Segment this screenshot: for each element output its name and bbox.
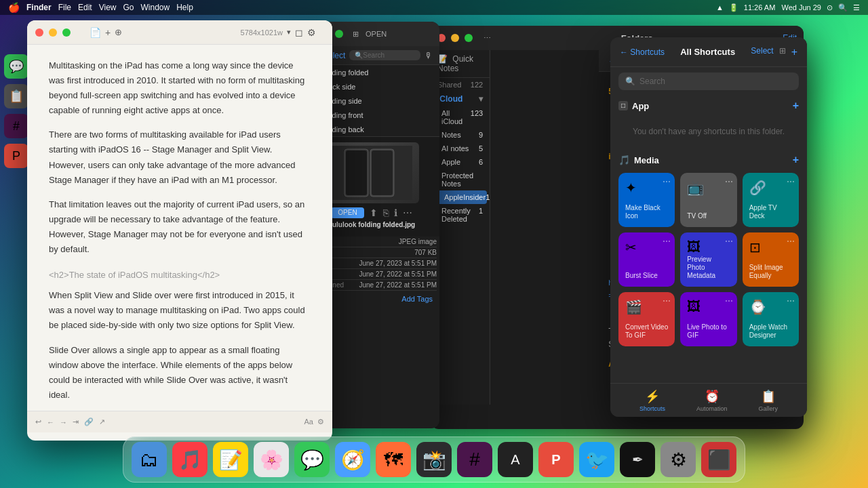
format-button[interactable]: Aa (304, 418, 313, 426)
undo-back[interactable]: ← (47, 418, 54, 426)
card-more-button[interactable]: ⋯ (787, 296, 795, 306)
dock-music[interactable]: 🎵 (172, 442, 208, 477)
share-button[interactable]: ↗ (99, 418, 105, 426)
card-more-button[interactable]: ⋯ (663, 296, 671, 306)
shortcut-convert-video-gif[interactable]: 🎬 Convert Video To GIF ⋯ (618, 292, 675, 346)
link-button[interactable]: 🔗 (84, 418, 94, 426)
pockity-sidebar-icon[interactable]: P (4, 144, 28, 168)
apple-menu[interactable]: 🍎 (8, 2, 20, 13)
dock-pockity[interactable]: P (538, 442, 574, 477)
reminders-sidebar-icon[interactable]: 📋 (4, 84, 28, 108)
dock-screenium[interactable]: 📸 (416, 442, 452, 477)
dock-safari[interactable]: 🧭 (335, 442, 370, 477)
shortcut-preview-photo[interactable]: 🖼 Preview Photo Metadata ⋯ (680, 232, 736, 287)
more-icon[interactable]: ⋯ (403, 207, 412, 218)
dock-messages[interactable]: 💬 (294, 442, 330, 477)
automation-tab[interactable]: ⏰ Automation (696, 389, 728, 412)
slack-sidebar-icon[interactable]: # (4, 114, 28, 138)
apple-item[interactable]: Apple6 (431, 155, 490, 169)
card-more-button[interactable]: ⋯ (725, 296, 733, 306)
notes-minimize[interactable] (451, 34, 459, 42)
help-menu[interactable]: Help (176, 3, 193, 12)
add-tags-button[interactable]: Add Tags (401, 295, 433, 303)
grid-view-button[interactable]: ⊞ (779, 46, 786, 58)
recently-deleted-item[interactable]: Recently Deleted1 (431, 204, 490, 226)
shortcuts-tab[interactable]: ⚡ Shortcuts (639, 389, 665, 412)
dropdown-button[interactable]: ▾ (287, 28, 291, 37)
shortcuts-tab-label: Shortcuts (639, 405, 665, 412)
spotlight-icon[interactable]: 🔍 (838, 3, 848, 12)
add-shortcut-button[interactable]: + (791, 46, 797, 58)
edit-menu[interactable]: Edit (78, 3, 92, 12)
card-more-button[interactable]: ⋯ (787, 237, 795, 246)
dock-overflow[interactable]: ⬛ (701, 442, 736, 477)
dock-quill[interactable]: ✒ (620, 442, 655, 477)
all-icloud-item[interactable]: All iCloud123 (431, 106, 490, 128)
settings-button[interactable]: ⚙ (317, 418, 324, 426)
share-icon[interactable]: ⬆ (370, 207, 378, 218)
ai-notes-item[interactable]: AI notes5 (431, 142, 490, 155)
shortcut-burst-slice[interactable]: ✂ Burst Slice ⋯ (618, 232, 675, 287)
go-menu[interactable]: Go (123, 3, 134, 12)
dock-system-prefs[interactable]: ⚙ (660, 442, 696, 477)
minimize-button[interactable] (49, 28, 57, 37)
messages-sidebar-icon[interactable]: 💬 (4, 54, 28, 79)
dock-notes[interactable]: 📝 (213, 442, 248, 477)
close-button[interactable] (35, 28, 43, 37)
dock-ia-writer[interactable]: A (498, 442, 533, 477)
copy-icon[interactable]: ⎘ (383, 207, 389, 218)
app-menu-item[interactable]: Finder (26, 3, 52, 12)
card-more-button[interactable]: ⋯ (663, 237, 671, 246)
shortcut-make-black-icon[interactable]: ✦ Make Black Icon ⋯ (618, 173, 675, 227)
media-add-button[interactable]: + (793, 154, 799, 166)
app-add-button[interactable]: + (793, 100, 799, 112)
shortcut-apple-watch-designer[interactable]: ⌚ Apple Watch Designer ⋯ (743, 292, 799, 346)
info-icon[interactable]: ℹ (394, 207, 397, 218)
notes-more-icon[interactable]: ⋯ (484, 34, 491, 43)
file-menu[interactable]: File (58, 3, 71, 12)
paragraph-4: When Split View and Slide over were firs… (49, 288, 311, 333)
notes-fullscreen[interactable] (465, 34, 473, 42)
card-more-button[interactable]: ⋯ (787, 177, 795, 186)
dock-photos[interactable]: 🌸 (254, 442, 289, 477)
shortcut-tv-off[interactable]: 📺 TV Off ⋯ (680, 173, 736, 227)
add-tab-button[interactable]: + (105, 27, 111, 38)
voice-search-icon[interactable]: 🎙 (425, 51, 433, 60)
shortcut-apple-tv-deck[interactable]: 🔗 Apple TV Deck ⋯ (743, 173, 799, 227)
files-fullscreen-button[interactable] (335, 30, 343, 38)
card-more-button[interactable]: ⋯ (725, 237, 733, 246)
shared-row[interactable]: Shared122 (431, 78, 490, 92)
gallery-tab[interactable]: 📋 Gallery (758, 389, 778, 412)
undo-forward[interactable]: → (60, 418, 67, 426)
view-menu[interactable]: View (99, 3, 117, 12)
notes-item[interactable]: Notes9 (431, 128, 490, 142)
notification-icon[interactable]: ☰ (853, 3, 860, 12)
select-button[interactable]: Select (751, 46, 773, 58)
dock-maps[interactable]: 🗺 (376, 442, 411, 477)
shortcuts-search[interactable]: 🔍 Search (618, 73, 799, 90)
undo-button[interactable]: ↩ (35, 418, 41, 426)
section-heading: <h2>The state of iPadOS multitasking</h2… (49, 268, 311, 283)
shortcut-live-photo-gif[interactable]: 🖼 Live Photo to GIF ⋯ (680, 292, 736, 346)
files-search-input[interactable]: 🔍 Search (349, 50, 420, 60)
dock-slack[interactable]: # (457, 442, 492, 477)
open-button[interactable]: OPEN (331, 207, 363, 218)
dock-twitter[interactable]: 🐦 (579, 442, 614, 477)
dock-finder[interactable]: 🗂 (132, 442, 167, 477)
app-checkbox[interactable]: □ (618, 101, 628, 110)
indent-button[interactable]: ⇥ (73, 418, 79, 426)
window-menu[interactable]: Window (141, 3, 170, 12)
view-toggle[interactable]: ◻ (295, 27, 303, 38)
shortcuts-back-button[interactable]: ← Shortcuts (620, 47, 665, 57)
settings-icon[interactable]: ⚙ (307, 27, 316, 38)
writer-content[interactable]: Multitasking on the iPad has come a long… (27, 45, 332, 411)
control-center-icon[interactable]: ⊙ (827, 3, 833, 12)
card-more-button[interactable]: ⋯ (663, 177, 671, 186)
shortcut-split-image[interactable]: ⊡ Split Image Equally ⋯ (743, 232, 799, 287)
appleinsider-item[interactable]: AppleInsider102 (433, 190, 487, 204)
files-grid-icon[interactable]: ⊞ (353, 30, 359, 39)
card-more-button[interactable]: ⋯ (725, 177, 733, 186)
files-select-button[interactable]: OPEN (366, 30, 387, 38)
fullscreen-button[interactable] (62, 28, 71, 37)
protected-item[interactable]: Protected Notes (431, 169, 490, 190)
